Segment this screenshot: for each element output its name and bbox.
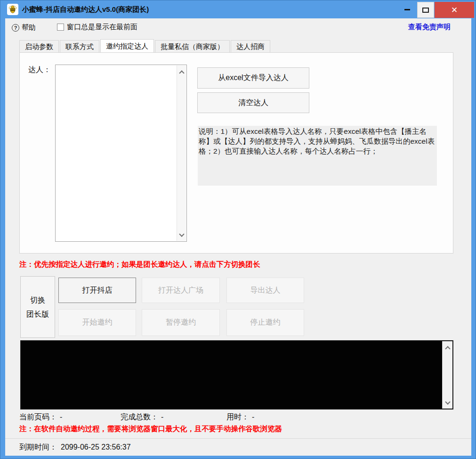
maximize-button[interactable] bbox=[417, 2, 434, 18]
tab-startup-params[interactable]: 启动参数 bbox=[19, 40, 59, 52]
open-daren-plaza-button: 打开达人广场 bbox=[142, 278, 220, 303]
titlebar: 小蜜蜂-抖店自动邀约达人v5.0(商家团长) ✕ bbox=[0, 0, 476, 18]
daren-input[interactable] bbox=[55, 65, 187, 242]
stop-invite-button: 停止邀约 bbox=[226, 309, 304, 336]
elapsed-time-stat: 用时：- bbox=[226, 412, 254, 422]
log-scroll-up-icon[interactable] bbox=[446, 344, 450, 352]
current-page-label: 当前页码： bbox=[19, 413, 57, 421]
log-scrollbar[interactable] bbox=[442, 341, 452, 409]
import-excel-button[interactable]: 从excel文件导入达人 bbox=[197, 67, 309, 89]
app-window: 小蜜蜂-抖店自动邀约达人v5.0(商家团长) ✕ ? 帮助 窗口总是显示在最前面… bbox=[0, 0, 476, 459]
scroll-down-icon[interactable] bbox=[180, 230, 184, 238]
tab-bar: 启动参数 联系方式 邀约指定达人 批量私信（商家版） 达人招商 bbox=[19, 40, 271, 53]
disclaimer-link[interactable]: 查看免责声明 bbox=[408, 23, 451, 32]
expire-time-value: 2099-06-25 23:56:37 bbox=[61, 443, 131, 451]
client-area: ? 帮助 窗口总是显示在最前面 查看免责声明 启动参数 联系方式 邀约指定达人 … bbox=[5, 18, 471, 456]
export-daren-button: 导出达人 bbox=[226, 278, 304, 303]
daren-label: 达人： bbox=[28, 65, 51, 75]
help-bar: ? 帮助 窗口总是显示在最前面 查看免责声明 bbox=[5, 22, 471, 35]
current-page-stat: 当前页码：- bbox=[19, 412, 62, 422]
tab-daren-investment[interactable]: 达人招商 bbox=[231, 40, 270, 52]
open-douyin-button[interactable]: 打开抖店 bbox=[58, 278, 136, 303]
minimize-icon bbox=[404, 9, 410, 10]
switch-leader-line2: 团长版 bbox=[26, 307, 49, 321]
total-done-label: 完成总数： bbox=[121, 413, 158, 421]
maximize-icon bbox=[422, 8, 429, 13]
minimize-button[interactable] bbox=[399, 0, 415, 18]
total-done-value: - bbox=[161, 413, 163, 421]
always-on-top-option[interactable]: 窗口总是显示在最前面 bbox=[57, 23, 137, 32]
start-invite-button: 开始邀约 bbox=[58, 309, 136, 336]
expire-time-label: 到期时间： bbox=[19, 443, 57, 452]
switch-leader-line1: 切换 bbox=[30, 293, 45, 307]
always-on-top-label: 窗口总是显示在最前面 bbox=[67, 23, 137, 32]
close-button[interactable]: ✕ bbox=[435, 2, 474, 18]
tab-contact-method[interactable]: 联系方式 bbox=[60, 40, 99, 52]
instructions-text: 说明：1）可从excel表格导入达人名称，只要excel表格中包含【播主名称】或… bbox=[198, 126, 437, 186]
current-page-value: - bbox=[60, 413, 62, 421]
tab-invite-specified[interactable]: 邀约指定达人 bbox=[100, 39, 154, 52]
log-output bbox=[20, 340, 453, 410]
pause-invite-button: 暂停邀约 bbox=[142, 309, 220, 336]
elapsed-time-label: 用时： bbox=[226, 413, 249, 421]
scroll-up-icon[interactable] bbox=[180, 68, 184, 77]
priority-note: 注：优先按指定达人进行邀约；如果是团长邀约达人，请点击下方切换团长 bbox=[19, 260, 260, 270]
bee-app-icon bbox=[7, 4, 18, 15]
help-icon: ? bbox=[12, 24, 19, 32]
invite-panel: 达人： 从excel文件导入达人 清空达人 说明：1）可从excel表格导入达人… bbox=[19, 52, 453, 254]
status-row: 当前页码：- 完成总数：- 用时：- bbox=[5, 412, 471, 423]
help-label: 帮助 bbox=[22, 23, 36, 32]
daren-input-scrollbar[interactable] bbox=[177, 66, 186, 241]
close-icon: ✕ bbox=[451, 5, 458, 15]
tab-batch-message[interactable]: 批量私信（商家版） bbox=[155, 40, 230, 52]
switch-leader-button[interactable]: 切换 团长版 bbox=[20, 276, 55, 338]
elapsed-time-value: - bbox=[252, 413, 254, 421]
clear-daren-button[interactable]: 清空达人 bbox=[197, 92, 309, 113]
window-title: 小蜜蜂-抖店自动邀约达人v5.0(商家团长) bbox=[22, 0, 149, 18]
log-scroll-down-icon[interactable] bbox=[446, 397, 450, 406]
status-bar: 到期时间： 2099-06-25 23:56:37 bbox=[5, 438, 471, 456]
always-on-top-checkbox[interactable] bbox=[57, 24, 64, 31]
browser-note: 注：在软件自动邀约过程，需要将浏览器窗口最大化，且不要手动操作谷歌浏览器 bbox=[19, 424, 282, 434]
bee-icon bbox=[8, 5, 17, 14]
help-menu[interactable]: ? 帮助 bbox=[12, 23, 36, 32]
total-done-stat: 完成总数：- bbox=[121, 412, 163, 422]
